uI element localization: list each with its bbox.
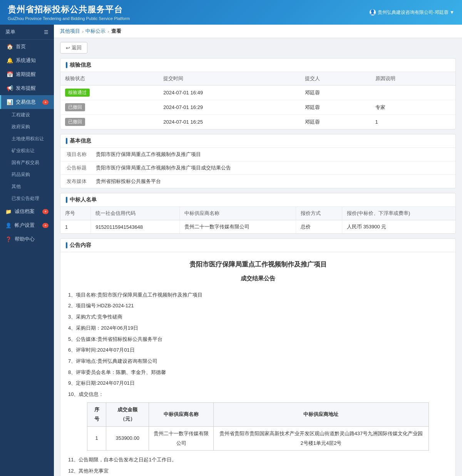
announcement-section-header: 公告内容	[60, 239, 455, 252]
sidebar-item-publish-reminder[interactable]: 📢 发布提醒	[0, 81, 54, 95]
sidebar-item-other[interactable]: 其他	[0, 181, 54, 193]
sidebar-item-help-center[interactable]: ❓ 帮助中心	[0, 232, 54, 246]
user-name: 贵州弘典建设咨询有限公司-邓廷蓉 ▼	[378, 9, 454, 16]
winner-price-method: 总价	[296, 220, 342, 234]
folder-icon: 📁	[5, 209, 12, 215]
sidebar-item-deadline-reminder-label: 逾期提醒	[16, 71, 36, 78]
info-label: 公告标题	[60, 161, 91, 175]
breadcrumb-other-projects[interactable]: 其他项目	[60, 28, 80, 35]
verify-col-status: 核验状态	[60, 72, 159, 85]
breadcrumb-sep-1: ›	[82, 28, 84, 34]
announcement-item: 2、项目编号:HDZB-2024-121	[68, 301, 448, 311]
verify-time: 2024-07-01 16:49	[159, 85, 300, 100]
sidebar-menu-icon[interactable]: ☰	[44, 29, 49, 35]
sidebar-item-system-notice[interactable]: 🔔 系统通知	[0, 54, 54, 67]
verify-col-reason: 原因说明	[371, 72, 456, 85]
winner-col-seq: 序号	[60, 207, 91, 220]
verify-time: 2024-07-01 16:25	[159, 115, 300, 129]
announcement-items3: 11、公告期限，自本公告发布之日起1个工作日。12、其他补充事宜项目用途、简要技…	[68, 455, 448, 476]
winner-section: 中标人名单 序号 统一社会信用代码 中标供应商名称 报价方式 报价(中标价、下浮…	[60, 193, 456, 234]
megaphone-icon: 📢	[7, 85, 13, 91]
winner-name: 贵州二十一数字传媒有限公司	[179, 220, 296, 234]
sidebar-item-published-proc[interactable]: 已发公告处理	[0, 193, 54, 204]
announcement-item: 4、采购日期：2024年06月19日	[68, 323, 448, 333]
verification-section-header: 核验信息	[60, 59, 455, 72]
announcement-main-title: 贵阳市医疗保障局重点工作视频制作及推广项目	[68, 258, 448, 271]
announcement-item: 12、其他补充事宜	[68, 466, 448, 476]
inner-table-col: 序号	[87, 402, 106, 426]
account-settings-badge: +	[42, 223, 49, 228]
inner-seq: 1	[87, 427, 106, 451]
inner-amount: 353900.00	[106, 427, 149, 451]
announcement-item: 6、评审时间:2024年07月01日	[68, 345, 448, 355]
sidebar-item-mineral[interactable]: 矿业权出让	[0, 145, 54, 157]
list-item: 发布媒体 贵州省招标投标公共服务平台	[60, 175, 455, 188]
info-label: 发布媒体	[60, 175, 91, 188]
announcement-item: 1、项目名称:贵阳市医疗保障局重点工作视频制作及推广项目	[68, 290, 448, 300]
list-item: 公告标题 贵阳市医疗保障局重点工作视频制作及推广项目成交结果公告	[60, 161, 455, 175]
integrity-archive-badge: +	[42, 209, 49, 214]
announcement-inner-table: 序号成交金额（元）中标供应商名称中标供应商地址 1 353900.00 贵州二十…	[87, 402, 429, 451]
person-icon: 👤	[5, 223, 12, 228]
back-button[interactable]: ↩ 返回	[60, 42, 87, 54]
sidebar-item-home[interactable]: 🏠 首页	[0, 40, 54, 54]
verification-table: 核验状态 提交时间 提交人 原因说明 核验通过 2024-07-01 16:49…	[60, 72, 455, 129]
table-row: 1 91520115941543648 贵州二十一数字传媒有限公司 总价 人民币…	[60, 220, 455, 234]
basic-info-title: 基本信息	[70, 137, 91, 144]
page-header: 贵州省招标投标公共服务平台 GuiZhou Province Tendering…	[0, 0, 462, 25]
table-row: 已撤回 2024-07-01 16:25 邓廷蓉 1	[60, 115, 455, 129]
sidebar-menu-header: 菜单 ☰	[0, 25, 54, 40]
inner-table-col: 成交金额（元）	[106, 402, 149, 426]
verification-title: 核验信息	[70, 62, 91, 69]
sidebar-item-integrity-archive[interactable]: 📁 诚信档案 +	[0, 204, 54, 218]
sidebar-item-deadline-reminder[interactable]: 📅 逾期提醒	[0, 67, 54, 81]
sidebar-item-other-label: 其他	[12, 184, 21, 189]
sidebar-item-trade-info[interactable]: 📊 交易信息 +	[0, 95, 54, 109]
winner-table: 序号 统一社会信用代码 中标供应商名称 报价方式 报价(中标价、下浮率或费率) …	[60, 207, 455, 233]
sidebar-item-engineering-label: 工程建设	[12, 112, 30, 117]
sidebar-item-drug-purchase[interactable]: 药品采购	[0, 169, 54, 181]
site-subtitle: GuiZhou Province Tendering and Bidding P…	[8, 16, 130, 21]
sidebar-item-trade-info-label: 交易信息	[16, 99, 36, 106]
verify-time: 2024-07-01 16:29	[159, 100, 300, 115]
table-row: 核验通过 2024-07-01 16:49 邓廷蓉	[60, 85, 455, 100]
sidebar-item-gov-purchase[interactable]: 政府采购	[0, 121, 54, 133]
verify-col-time: 提交时间	[159, 72, 300, 85]
announcement-item: 7、评审地点:贵州弘典建设咨询有限公司	[68, 357, 448, 366]
announcement-sub-title: 成交结果公告	[68, 273, 448, 284]
sidebar-item-account-settings-label: 帐户设置	[15, 222, 35, 229]
sidebar-item-state-equity[interactable]: 国有产权交易	[0, 157, 54, 169]
info-label: 项目名称	[60, 148, 91, 161]
winner-code: 91520115941543648	[91, 220, 179, 234]
content-area: ↩ 返回 核验信息 核验状态 提交时间 提交人 原因说明	[54, 38, 462, 476]
breadcrumb-winning-bid[interactable]: 中标公示	[85, 28, 105, 35]
inner-table-col: 中标供应商地址	[214, 402, 429, 426]
table-row: 已撤回 2024-07-01 16:29 邓廷蓉 专家	[60, 100, 455, 115]
chart-icon: 📊	[7, 99, 13, 105]
sidebar-item-integrity-archive-label: 诚信档案	[15, 208, 35, 215]
back-arrow-icon: ↩	[66, 45, 70, 51]
back-button-label: 返回	[72, 44, 82, 51]
verify-submitter: 邓廷蓉	[300, 85, 371, 100]
table-row: 1 353900.00 贵州二十一数字传媒有限公司 贵州省贵阳市贵阳国家高新技术…	[87, 427, 429, 451]
inner-address: 贵州省贵阳市贵阳国家高新技术产业开发区观山街道黔灵山路437号九洲国际传媒文化产…	[214, 427, 429, 451]
header-user[interactable]: 👤 贵州弘典建设咨询有限公司-邓廷蓉 ▼	[370, 9, 454, 16]
winner-price: 人民币 353900 元	[342, 220, 455, 234]
sidebar-item-engineering[interactable]: 工程建设	[0, 109, 54, 121]
announcement-item: 10、成交信息：	[68, 390, 448, 399]
verify-reason	[371, 85, 456, 100]
info-value: 贵州省招标投标公共服务平台	[91, 175, 455, 188]
calendar-icon: 📅	[7, 71, 13, 77]
trade-info-badge: +	[42, 100, 49, 105]
winner-col-name: 中标供应商名称	[179, 207, 296, 220]
info-value: 贵阳市医疗保障局重点工作视频制作及推广项目成交结果公告	[91, 161, 455, 175]
status-badge: 已撤回	[65, 118, 85, 126]
main-content: 其他项目 › 中标公示 › 查看 ↩ 返回 核验信息 核验状态	[54, 25, 462, 476]
announcement-item: 9、定标日期:2024年07月01日	[68, 379, 448, 388]
winner-seq: 1	[60, 220, 91, 234]
sidebar-item-land-use[interactable]: 土地使用权出让	[0, 133, 54, 145]
sidebar-item-account-settings[interactable]: 👤 帐户设置 +	[0, 218, 54, 232]
announcement-item: 11、公告期限，自本公告发布之日起1个工作日。	[68, 455, 448, 465]
verification-section: 核验信息 核验状态 提交时间 提交人 原因说明 核验通过 2024-07-01 …	[60, 58, 456, 129]
verify-status: 已撤回	[60, 115, 159, 129]
